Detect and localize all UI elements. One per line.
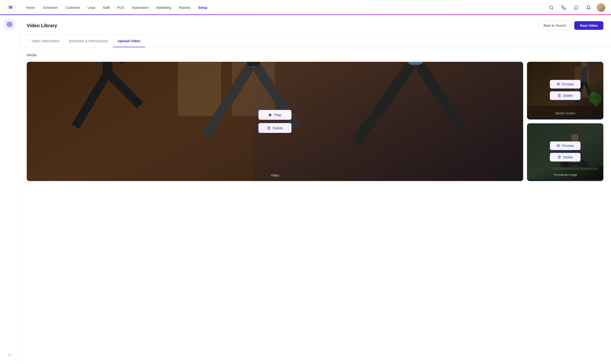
thumbnail-preview-button[interactable]: Preview bbox=[550, 141, 581, 150]
nav-item-automation[interactable]: Automation bbox=[128, 4, 152, 12]
trash-icon bbox=[558, 94, 561, 97]
nav-item-pos[interactable]: POS bbox=[114, 4, 128, 12]
eye-icon bbox=[557, 82, 560, 86]
splash-preview-button[interactable]: Preview bbox=[550, 80, 581, 89]
whatsapp-icon-button[interactable] bbox=[572, 3, 581, 12]
svg-rect-50 bbox=[551, 168, 598, 170]
media-side-column: Preview Delete Splash Screen bbox=[527, 62, 603, 181]
page-title: Video Library bbox=[27, 23, 57, 28]
nav-items: Home Scheduler Customer Lead Staff POS A… bbox=[23, 4, 547, 12]
nav-icons bbox=[547, 3, 605, 12]
svg-point-1 bbox=[9, 24, 10, 25]
nav-item-home[interactable]: Home bbox=[23, 4, 39, 12]
play-button[interactable]: Play bbox=[258, 110, 292, 120]
nav-item-scheduler[interactable]: Scheduler bbox=[39, 4, 61, 12]
search-icon-button[interactable] bbox=[547, 3, 556, 12]
svg-point-0 bbox=[550, 6, 553, 9]
header-actions: Back to Search Save Video bbox=[539, 21, 603, 30]
main-video-label: Video bbox=[271, 173, 279, 177]
svg-point-51 bbox=[558, 145, 559, 146]
sidebar-collapse-button[interactable] bbox=[4, 350, 15, 360]
svg-point-39 bbox=[595, 93, 602, 104]
main-layout: Video Library Back to Search Save Video … bbox=[0, 15, 611, 364]
user-avatar[interactable] bbox=[597, 3, 605, 12]
nav-item-setup[interactable]: Setup bbox=[195, 4, 211, 12]
main-video-overlay-buttons: Play Delete bbox=[258, 110, 292, 133]
trash-icon bbox=[558, 155, 561, 159]
splash-screen-label: Splash Screen bbox=[555, 111, 575, 115]
back-to-search-button[interactable]: Back to Search bbox=[539, 21, 571, 30]
save-video-button[interactable]: Save Video bbox=[574, 21, 603, 30]
nav-item-lead[interactable]: Lead bbox=[84, 4, 98, 12]
thumbnail-delete-button[interactable]: Delete bbox=[550, 153, 581, 162]
top-navigation: W Home Scheduler Customer Lead Staff POS… bbox=[0, 0, 611, 15]
page-header: Video Library Back to Search Save Video bbox=[19, 15, 611, 35]
svg-marker-28 bbox=[269, 114, 272, 117]
nav-item-staff[interactable]: Staff bbox=[99, 4, 113, 12]
thumbnail-image-overlay-buttons: Preview Delete bbox=[550, 141, 581, 162]
logo[interactable]: W bbox=[6, 3, 15, 13]
eye-icon bbox=[557, 144, 560, 147]
media-grid: Play Delete Video bbox=[27, 62, 603, 181]
media-label: Media bbox=[27, 53, 603, 57]
phone-icon-button[interactable] bbox=[559, 3, 568, 12]
splash-screen-container: Preview Delete Splash Screen bbox=[527, 62, 603, 119]
sidebar bbox=[0, 15, 19, 364]
thumbnail-image-container: Preview Delete Thumbnail Image bbox=[527, 123, 603, 181]
content-area: Video Library Back to Search Save Video … bbox=[19, 15, 611, 364]
svg-rect-5 bbox=[178, 62, 221, 116]
tab-bar: Video Information Branches & Permissions… bbox=[19, 35, 611, 47]
tab-video-information[interactable]: Video Information bbox=[27, 35, 64, 47]
nav-item-reports[interactable]: Reports bbox=[175, 4, 194, 12]
trash-icon bbox=[267, 126, 271, 130]
nav-item-marketing[interactable]: Marketing bbox=[153, 4, 174, 12]
svg-point-41 bbox=[558, 84, 559, 85]
splash-delete-button[interactable]: Delete bbox=[550, 91, 581, 100]
splash-screen-background: Preview Delete Splash Screen bbox=[527, 62, 603, 118]
thumbnail-image-background: Preview Delete Thumbnail Image bbox=[527, 123, 603, 179]
nav-item-customer[interactable]: Customer bbox=[62, 4, 83, 12]
sidebar-settings-icon[interactable] bbox=[4, 19, 15, 30]
play-icon bbox=[268, 113, 272, 117]
delete-button[interactable]: Delete bbox=[258, 123, 292, 133]
splash-screen-overlay-buttons: Preview Delete bbox=[550, 80, 581, 100]
thumbnail-image-label: Thumbnail Image bbox=[553, 173, 577, 177]
tab-branches-permissions[interactable]: Branches & Permissions bbox=[64, 35, 113, 47]
notifications-icon-button[interactable] bbox=[584, 3, 593, 12]
main-video-container: Play Delete Video bbox=[27, 62, 523, 181]
tab-upload-video[interactable]: Upload Video bbox=[113, 35, 145, 47]
svg-point-44 bbox=[571, 134, 579, 142]
media-section: Media bbox=[19, 47, 611, 187]
